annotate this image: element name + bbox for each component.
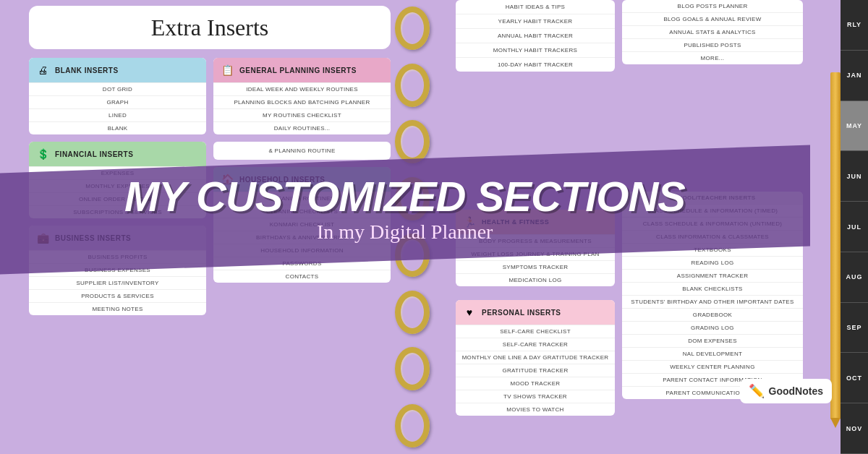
list-item: ANNUAL HABIT TRACKER <box>456 28 615 43</box>
personal-inserts-icon: ♥ <box>461 304 477 320</box>
blank-inserts-items: DOT GRID GRAPH LINED BLANK <box>29 82 206 134</box>
list-item: GRADING LOG <box>622 321 803 334</box>
pencil-decoration <box>830 72 841 419</box>
habit-section: HABIT IDEAS & TIPS YEARLY HABIT TRACKER … <box>456 0 615 72</box>
personal-inserts-title: PERSONAL INSERTS <box>482 309 561 317</box>
blank-inserts-icon: 🖨 <box>35 62 51 78</box>
binder-ring <box>395 404 430 447</box>
list-item: ASSIGNMENT TRACKER <box>622 269 803 282</box>
list-item: MOOD TRACKER <box>456 377 615 390</box>
personal-inserts-panel: ♥ PERSONAL INSERTS SELF-CARE CHECKLIST S… <box>456 300 615 416</box>
blank-inserts-header: 🖨 BLANK INSERTS <box>29 58 206 82</box>
financial-inserts-icon: 💲 <box>35 146 51 162</box>
financial-inserts-header: 💲 FINANCIAL INSERTS <box>29 142 206 166</box>
list-item: YEARLY HABIT TRACKER <box>456 14 615 28</box>
tab-jan[interactable]: JAN <box>841 51 868 101</box>
list-item: IDEAL WEEK AND WEEKLY ROUTINES <box>213 82 391 95</box>
tab-jul[interactable]: JUL <box>841 202 868 252</box>
general-inserts-icon: 📋 <box>219 62 235 78</box>
list-item: MONTHLY ONE LINE A DAY GRATITUDE TRACKER <box>456 351 615 364</box>
list-item: MEDICATION LOG <box>456 273 615 286</box>
financial-inserts-title: FINANCIAL INSERTS <box>55 150 133 158</box>
list-item: SELF-CARE CHECKLIST <box>456 325 615 338</box>
top-card: Extra Inserts <box>29 6 391 49</box>
goodnotes-badge: ✏️ GoodNotes <box>740 379 832 403</box>
list-item: BLANK <box>29 121 206 134</box>
list-item: SELF-CARE TRACKER <box>456 338 615 351</box>
list-item: SYMPTOMS TRACKER <box>456 260 615 273</box>
list-item: NAL DEVELOPMENT <box>622 347 803 360</box>
list-item: WEEKLY CENTER PLANNING <box>622 360 803 373</box>
list-item: DAILY ROUTINES... <box>213 121 391 134</box>
list-item: MOVIES TO WATCH <box>456 403 615 416</box>
list-item: & PLANNING ROUTINE <box>216 145 388 157</box>
list-item: STUDENTS' BIRTHDAY AND OTHER IMPORTANT D… <box>622 295 803 308</box>
blank-inserts-title: BLANK INSERTS <box>55 67 119 74</box>
list-item: PLANNING BLOCKS AND BATCHING PLANNER <box>213 95 391 108</box>
list-item: PRODUCTS & SERVICES <box>29 289 206 302</box>
goodnotes-label: GoodNotes <box>769 385 823 397</box>
personal-inserts-items: SELF-CARE CHECKLIST SELF-CARE TRACKER MO… <box>456 325 615 416</box>
binder-ring <box>395 64 430 107</box>
general-inserts-panel: 📋 GENERAL PLANNING INSERTS IDEAL WEEK AN… <box>213 58 391 134</box>
tab-nov[interactable]: NOV <box>841 403 868 454</box>
blank-inserts-panel: 🖨 BLANK INSERTS DOT GRID GRAPH LINED BLA… <box>29 58 206 134</box>
planning-routine-partial: & PLANNING ROUTINE <box>213 142 391 160</box>
binder-ring <box>395 291 430 334</box>
list-item: MEETING NOTES <box>29 302 206 315</box>
tab-aug[interactable]: AUG <box>841 252 868 303</box>
list-item: TV SHOWS TRACKER <box>456 390 615 403</box>
list-item: MORE... <box>622 51 803 64</box>
list-item: BLANK CHECKLISTS <box>622 282 803 295</box>
list-item: BLOG GOALS & ANNUAL REVIEW <box>622 12 803 25</box>
list-item: DOM EXPENSES <box>622 334 803 347</box>
list-item: MONTHLY HABIT TRACKERS <box>456 43 615 57</box>
blog-items: BLOG POSTS PLANNER BLOG GOALS & ANNUAL R… <box>622 0 803 64</box>
tab-may[interactable]: MAY <box>841 101 868 152</box>
list-item: LINED <box>29 108 206 121</box>
habit-section-container: HABIT IDEAS & TIPS YEARLY HABIT TRACKER … <box>456 0 615 76</box>
list-item: GRAPH <box>29 95 206 108</box>
general-inserts-items: IDEAL WEEK AND WEEKLY ROUTINES PLANNING … <box>213 82 391 134</box>
general-inserts-header: 📋 GENERAL PLANNING INSERTS <box>213 58 391 82</box>
list-item: MY ROUTINES CHECKLIST <box>213 108 391 121</box>
tab-sep[interactable]: SEP <box>841 303 868 354</box>
list-item: 100-DAY HABIT TRACKER <box>456 57 615 72</box>
personal-inserts-header: ♥ PERSONAL INSERTS <box>456 300 615 325</box>
pencil-tip <box>830 418 841 428</box>
binder-ring <box>395 120 430 163</box>
page-title: Extra Inserts <box>151 14 269 41</box>
list-item: READING LOG <box>622 256 803 269</box>
list-item: BLOG POSTS PLANNER <box>622 0 803 12</box>
blog-section: BLOG POSTS PLANNER BLOG GOALS & ANNUAL R… <box>622 0 803 64</box>
list-item: HABIT IDEAS & TIPS <box>456 0 615 14</box>
binder-ring <box>395 7 430 50</box>
main-container: Extra Inserts 🖨 BLANK INSERTS DOT GRID G… <box>0 0 868 454</box>
list-item: GRATITUDE TRACKER <box>456 364 615 377</box>
list-item: PUBLISHED POSTS <box>622 38 803 51</box>
list-item: GRADEBOOK <box>622 308 803 321</box>
tab-jun[interactable]: JUN <box>841 151 868 202</box>
banner-sub-text: In my Digital Planner <box>317 220 493 244</box>
tab-oct[interactable]: OCT <box>841 353 868 403</box>
general-inserts-title: GENERAL PLANNING INSERTS <box>239 67 357 74</box>
list-item: ANNUAL STATS & ANALYTICS <box>622 25 803 38</box>
goodnotes-icon: ✏️ <box>749 383 765 399</box>
banner-main-text: MY CUSTOMIZED SECTIONS <box>124 176 685 218</box>
list-item: SUPPLIER LIST/INVENTORY <box>29 276 206 289</box>
tab-rly[interactable]: RLY <box>841 0 868 51</box>
tabs-container: RLY JAN MAY JUN JUL AUG SEP OCT NOV <box>841 0 868 454</box>
list-item: DOT GRID <box>29 82 206 95</box>
binder-ring <box>395 347 430 390</box>
list-item: CONTACTS <box>213 270 391 283</box>
